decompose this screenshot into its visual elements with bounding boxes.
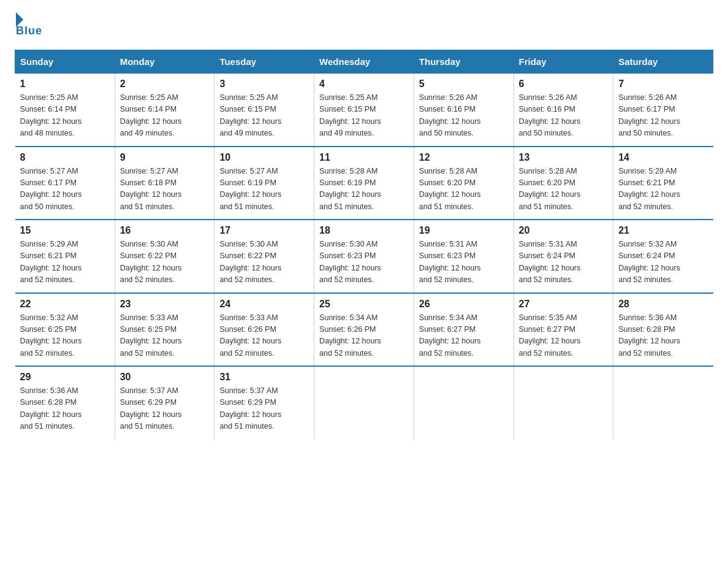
day-info: Sunrise: 5:25 AM Sunset: 6:15 PM Dayligh… <box>219 92 309 140</box>
weekday-header-friday: Friday <box>514 50 613 74</box>
day-number: 14 <box>618 152 708 163</box>
calendar-cell <box>314 366 414 439</box>
calendar-cell: 12 Sunrise: 5:28 AM Sunset: 6:20 PM Dayl… <box>414 147 514 220</box>
calendar-header: SundayMondayTuesdayWednesdayThursdayFrid… <box>15 50 713 74</box>
calendar-cell: 30 Sunrise: 5:37 AM Sunset: 6:29 PM Dayl… <box>115 366 214 439</box>
calendar-cell: 3 Sunrise: 5:25 AM Sunset: 6:15 PM Dayli… <box>214 74 314 147</box>
day-info: Sunrise: 5:37 AM Sunset: 6:29 PM Dayligh… <box>120 385 210 433</box>
day-number: 8 <box>20 152 110 163</box>
calendar-cell <box>514 366 613 439</box>
calendar-cell: 4 Sunrise: 5:25 AM Sunset: 6:15 PM Dayli… <box>314 74 414 147</box>
day-number: 21 <box>618 225 708 236</box>
calendar-table: SundayMondayTuesdayWednesdayThursdayFrid… <box>15 50 713 439</box>
weekday-header-sunday: Sunday <box>15 50 115 74</box>
calendar-cell: 16 Sunrise: 5:30 AM Sunset: 6:22 PM Dayl… <box>115 220 214 293</box>
calendar-cell: 15 Sunrise: 5:29 AM Sunset: 6:21 PM Dayl… <box>15 220 115 293</box>
weekday-header-tuesday: Tuesday <box>214 50 314 74</box>
day-number: 3 <box>219 79 309 90</box>
day-number: 6 <box>519 79 609 90</box>
day-number: 1 <box>20 79 110 90</box>
calendar-week-4: 22 Sunrise: 5:32 AM Sunset: 6:25 PM Dayl… <box>15 293 713 367</box>
calendar-week-5: 29 Sunrise: 5:36 AM Sunset: 6:28 PM Dayl… <box>15 366 713 439</box>
calendar-cell: 7 Sunrise: 5:26 AM Sunset: 6:17 PM Dayli… <box>613 74 713 147</box>
calendar-week-1: 1 Sunrise: 5:25 AM Sunset: 6:14 PM Dayli… <box>15 74 713 147</box>
day-info: Sunrise: 5:34 AM Sunset: 6:26 PM Dayligh… <box>319 312 409 360</box>
day-number: 24 <box>219 299 309 310</box>
calendar-cell: 21 Sunrise: 5:32 AM Sunset: 6:24 PM Dayl… <box>613 220 713 293</box>
logo: Blue <box>15 15 42 37</box>
day-info: Sunrise: 5:31 AM Sunset: 6:24 PM Dayligh… <box>519 239 609 286</box>
day-info: Sunrise: 5:33 AM Sunset: 6:26 PM Dayligh… <box>219 312 309 360</box>
calendar-cell: 25 Sunrise: 5:34 AM Sunset: 6:26 PM Dayl… <box>314 293 414 367</box>
calendar-cell: 9 Sunrise: 5:27 AM Sunset: 6:18 PM Dayli… <box>115 147 214 220</box>
weekday-header-wednesday: Wednesday <box>314 50 414 74</box>
day-number: 17 <box>219 225 309 236</box>
day-info: Sunrise: 5:28 AM Sunset: 6:20 PM Dayligh… <box>419 166 509 213</box>
day-number: 18 <box>319 225 409 236</box>
day-info: Sunrise: 5:27 AM Sunset: 6:19 PM Dayligh… <box>219 166 309 213</box>
weekday-header-row: SundayMondayTuesdayWednesdayThursdayFrid… <box>15 50 713 74</box>
day-number: 11 <box>319 152 409 163</box>
day-info: Sunrise: 5:35 AM Sunset: 6:27 PM Dayligh… <box>519 312 609 360</box>
calendar-cell <box>414 366 514 439</box>
day-number: 19 <box>419 225 509 236</box>
day-info: Sunrise: 5:28 AM Sunset: 6:19 PM Dayligh… <box>319 166 409 213</box>
day-number: 7 <box>618 79 708 90</box>
day-number: 12 <box>419 152 509 163</box>
weekday-header-saturday: Saturday <box>613 50 713 74</box>
calendar-cell: 2 Sunrise: 5:25 AM Sunset: 6:14 PM Dayli… <box>115 74 214 147</box>
calendar-cell: 19 Sunrise: 5:31 AM Sunset: 6:23 PM Dayl… <box>414 220 514 293</box>
day-info: Sunrise: 5:31 AM Sunset: 6:23 PM Dayligh… <box>419 239 509 286</box>
calendar-week-2: 8 Sunrise: 5:27 AM Sunset: 6:17 PM Dayli… <box>15 147 713 220</box>
day-info: Sunrise: 5:30 AM Sunset: 6:22 PM Dayligh… <box>219 239 309 286</box>
day-number: 9 <box>120 152 210 163</box>
day-number: 26 <box>419 299 509 310</box>
calendar-cell: 28 Sunrise: 5:36 AM Sunset: 6:28 PM Dayl… <box>613 293 713 367</box>
day-number: 23 <box>120 299 210 310</box>
day-info: Sunrise: 5:25 AM Sunset: 6:14 PM Dayligh… <box>120 92 210 140</box>
calendar-cell: 14 Sunrise: 5:29 AM Sunset: 6:21 PM Dayl… <box>613 147 713 220</box>
calendar-cell: 23 Sunrise: 5:33 AM Sunset: 6:25 PM Dayl… <box>115 293 214 367</box>
day-info: Sunrise: 5:37 AM Sunset: 6:29 PM Dayligh… <box>219 385 309 433</box>
day-info: Sunrise: 5:30 AM Sunset: 6:23 PM Dayligh… <box>319 239 409 286</box>
day-info: Sunrise: 5:26 AM Sunset: 6:17 PM Dayligh… <box>618 92 708 140</box>
day-number: 22 <box>20 299 110 310</box>
day-number: 25 <box>319 299 409 310</box>
day-number: 10 <box>219 152 309 163</box>
day-info: Sunrise: 5:30 AM Sunset: 6:22 PM Dayligh… <box>120 239 210 286</box>
page-header: Blue <box>15 15 713 37</box>
day-info: Sunrise: 5:25 AM Sunset: 6:15 PM Dayligh… <box>319 92 409 140</box>
calendar-cell: 24 Sunrise: 5:33 AM Sunset: 6:26 PM Dayl… <box>214 293 314 367</box>
calendar-cell: 5 Sunrise: 5:26 AM Sunset: 6:16 PM Dayli… <box>414 74 514 147</box>
day-number: 27 <box>519 299 609 310</box>
calendar-cell: 8 Sunrise: 5:27 AM Sunset: 6:17 PM Dayli… <box>15 147 115 220</box>
day-number: 4 <box>319 79 409 90</box>
day-info: Sunrise: 5:26 AM Sunset: 6:16 PM Dayligh… <box>419 92 509 140</box>
calendar-cell: 29 Sunrise: 5:36 AM Sunset: 6:28 PM Dayl… <box>15 366 115 439</box>
calendar-cell: 27 Sunrise: 5:35 AM Sunset: 6:27 PM Dayl… <box>514 293 613 367</box>
day-info: Sunrise: 5:34 AM Sunset: 6:27 PM Dayligh… <box>419 312 509 360</box>
day-info: Sunrise: 5:27 AM Sunset: 6:18 PM Dayligh… <box>120 166 210 213</box>
calendar-cell: 6 Sunrise: 5:26 AM Sunset: 6:16 PM Dayli… <box>514 74 613 147</box>
day-number: 16 <box>120 225 210 236</box>
day-info: Sunrise: 5:32 AM Sunset: 6:24 PM Dayligh… <box>618 239 708 286</box>
day-info: Sunrise: 5:32 AM Sunset: 6:25 PM Dayligh… <box>20 312 110 360</box>
calendar-cell: 1 Sunrise: 5:25 AM Sunset: 6:14 PM Dayli… <box>15 74 115 147</box>
day-number: 15 <box>20 225 110 236</box>
day-info: Sunrise: 5:36 AM Sunset: 6:28 PM Dayligh… <box>618 312 708 360</box>
calendar-cell: 13 Sunrise: 5:28 AM Sunset: 6:20 PM Dayl… <box>514 147 613 220</box>
day-info: Sunrise: 5:26 AM Sunset: 6:16 PM Dayligh… <box>519 92 609 140</box>
weekday-header-thursday: Thursday <box>414 50 514 74</box>
calendar-cell: 10 Sunrise: 5:27 AM Sunset: 6:19 PM Dayl… <box>214 147 314 220</box>
weekday-header-monday: Monday <box>115 50 214 74</box>
day-number: 31 <box>219 372 309 383</box>
day-number: 28 <box>618 299 708 310</box>
day-number: 2 <box>120 79 210 90</box>
day-info: Sunrise: 5:29 AM Sunset: 6:21 PM Dayligh… <box>618 166 708 213</box>
logo-underline: Blue <box>16 25 42 37</box>
calendar-cell: 20 Sunrise: 5:31 AM Sunset: 6:24 PM Dayl… <box>514 220 613 293</box>
calendar-cell: 17 Sunrise: 5:30 AM Sunset: 6:22 PM Dayl… <box>214 220 314 293</box>
calendar-cell: 22 Sunrise: 5:32 AM Sunset: 6:25 PM Dayl… <box>15 293 115 367</box>
day-number: 20 <box>519 225 609 236</box>
day-info: Sunrise: 5:36 AM Sunset: 6:28 PM Dayligh… <box>20 385 110 433</box>
